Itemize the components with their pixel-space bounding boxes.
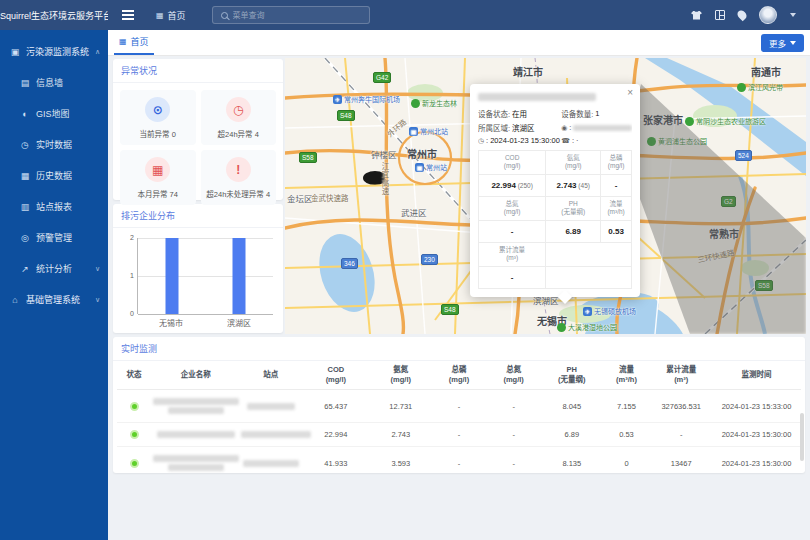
abnormal-card-current-abnormal[interactable]: ⊙当前异常 0: [120, 90, 196, 145]
status-indicator: [130, 402, 139, 411]
popup-field-label: 设备状态:: [478, 108, 510, 119]
popup-field-value: 滨湖区: [512, 122, 535, 133]
value-cell: 13467: [650, 447, 712, 473]
sidebar-item-statistics-analysis[interactable]: ↗统计分析∨: [0, 253, 108, 284]
sidebar-item-history-data[interactable]: ▦历史数据: [0, 160, 108, 191]
sidebar-item-realtime-data[interactable]: ◷实时数据: [0, 129, 108, 160]
map-label-poi-blue: ✈无锡硕放机场: [583, 306, 636, 316]
popup-field-value: ·: [576, 136, 579, 145]
app-logo: Squirrel生态环境云服务平台: [0, 9, 108, 22]
chevron-down-icon: ∨: [95, 296, 100, 304]
status-cell: [117, 447, 151, 473]
user-menu-chevron-icon[interactable]: [790, 13, 796, 17]
sidebar-item-site-report[interactable]: ▥站点报表: [0, 191, 108, 222]
station-icon: ▣: [415, 163, 424, 172]
map-label-city: 常州市: [407, 146, 437, 161]
hamburger-menu-icon[interactable]: [122, 10, 134, 20]
column-header: 状态: [117, 361, 151, 390]
table-row[interactable]: 41.9333.593--8.1350134672024-01-23 15:30…: [117, 447, 801, 473]
table-scrollbar[interactable]: [800, 413, 804, 461]
redacted-text: [168, 464, 224, 471]
abnormal-card-over24h-abnormal[interactable]: ◷超24h异常 4: [201, 90, 277, 145]
map-label-city: 南通市: [751, 64, 781, 79]
realtime-monitor-panel: 实时监测 状态企业名称站点COD(mg/l)氨氮(mg/l)总磷(mg/l)总氮…: [113, 337, 805, 473]
map-label-road: 外环路: [384, 116, 408, 139]
sidebar-group-base-management-system[interactable]: ⌂基础管理系统∨: [0, 284, 108, 315]
redacted-text: [153, 398, 239, 405]
metric-value: -: [601, 174, 632, 196]
search-input[interactable]: [233, 11, 361, 20]
sidebar-item-label: 信息墙: [36, 76, 63, 89]
metric-header: COD(mg/l): [479, 151, 546, 175]
road-badge: 524: [735, 150, 752, 161]
popup-field: 设备状态: 在用: [478, 108, 561, 119]
flame-icon[interactable]: [736, 9, 749, 22]
user-avatar[interactable]: [759, 6, 777, 24]
value-cell: 6.89: [541, 423, 603, 447]
y-tick-label: 1: [123, 272, 134, 279]
redacted-text: [168, 407, 224, 414]
value-cell: -: [432, 423, 487, 447]
left-column: 异常状况 ⊙当前异常 0◷超24h异常 4▦本月异常 74!超24h未处理异常 …: [113, 59, 283, 333]
metric-limit: (250): [516, 182, 533, 189]
sidebar-item-info-wall[interactable]: ▤信息墙: [0, 67, 108, 98]
metric-value: -: [479, 220, 546, 242]
redacted-text: [241, 431, 311, 438]
column-header: 氨氮(mg/l): [370, 361, 432, 390]
chart-bar: [165, 238, 178, 314]
metric-header: 氨氮(mg/l): [546, 151, 601, 175]
map-label-city: 靖江市: [513, 64, 543, 79]
column-header: 总氮(mg/l): [486, 361, 541, 390]
road-badge: G2: [721, 196, 736, 207]
value-cell: 41.933: [302, 447, 370, 473]
abnormal-card-over24h-unhandled-abnormal[interactable]: !超24h未处理异常 4: [201, 150, 277, 205]
redacted-text: [573, 125, 632, 131]
popup-field-value: 1: [595, 109, 599, 118]
metric-header: 总氮(mg/l): [479, 196, 546, 220]
tab-home[interactable]: ▦ 首页: [114, 30, 154, 55]
map-label-poi-blue: ▣常州站: [415, 162, 447, 172]
more-button[interactable]: 更多: [761, 34, 804, 52]
park-icon: [647, 137, 656, 146]
grid-icon: ▦: [156, 11, 164, 20]
layout-icon[interactable]: [715, 10, 725, 20]
redacted-company-name: [478, 93, 596, 101]
menu-search-box[interactable]: [212, 6, 370, 24]
road-badge: G42: [373, 72, 391, 83]
sidebar-group-pollution-monitor-system[interactable]: ▣污染源监测系统∧: [0, 36, 108, 67]
map-label-poi-blue: ✈常州奔牛国际机场: [333, 94, 400, 104]
table-row[interactable]: 22.9942.743--6.890.53-2024-01-23 15:30:0…: [117, 423, 801, 447]
popup-close-icon[interactable]: ×: [627, 88, 633, 98]
topbar: Squirrel生态环境云服务平台 ▦ 首页: [0, 0, 810, 30]
y-tick-label: 2: [123, 234, 134, 241]
sidebar: ▣污染源监测系统∧▤信息墙◐GIS地图◷实时数据▦历史数据▥站点报表◎预警管理↗…: [0, 30, 108, 540]
enterprise-name-cell: [151, 390, 240, 423]
theme-skin-icon[interactable]: [691, 11, 702, 20]
map-label-city: 常熟市: [709, 226, 739, 241]
bar-chart-x-labels: 无锡市滨湖区: [137, 317, 273, 328]
abnormal-card-month-abnormal[interactable]: ▦本月异常 74: [120, 150, 196, 205]
x-tick-label: 无锡市: [137, 317, 205, 328]
value-cell: 22.994: [302, 423, 370, 447]
site-cell: [240, 447, 302, 473]
topnav-home[interactable]: ▦ 首页: [156, 9, 186, 22]
realtime-monitor-table: 状态企业名称站点COD(mg/l)氨氮(mg/l)总磷(mg/l)总氮(mg/l…: [117, 361, 801, 473]
gis-map[interactable]: 靖江市南通市常州市无锡市常熟市张家港市钟楼区武进区金坛区滨湖区新龙生态林常阴沙生…: [285, 58, 806, 334]
sidebar-item-label: 站点报表: [36, 200, 72, 213]
search-icon: [221, 12, 228, 19]
column-header: 流量(m³/h): [603, 361, 651, 390]
value-cell: 2024-01-23 15:30:00: [712, 447, 801, 473]
popup-field-value: 在用: [512, 108, 527, 119]
x-tick-label: 滨湖区: [205, 317, 273, 328]
redacted-text: [243, 460, 299, 467]
siren-icon: ⊙: [145, 97, 170, 122]
sidebar-item-gis-map[interactable]: ◐GIS地图: [0, 98, 108, 129]
table-row[interactable]: 65.43712.731--8.0457.155327636.5312024-0…: [117, 390, 801, 423]
chevron-down-icon: ∨: [95, 265, 100, 273]
value-cell: 12.731: [370, 390, 432, 423]
abnormal-card-label: 超24h异常 4: [218, 128, 259, 139]
sidebar-item-alert-management[interactable]: ◎预警管理: [0, 222, 108, 253]
alert-circle-icon: !: [226, 157, 251, 182]
location-icon: ◉: [561, 124, 567, 132]
map-label-district: 武进区: [401, 206, 427, 218]
